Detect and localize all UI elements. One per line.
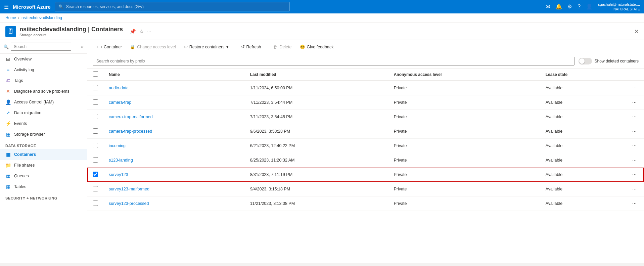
row-access-level: Private (388, 81, 540, 95)
col-name[interactable]: Name (103, 69, 245, 81)
row-checkbox[interactable] (93, 157, 98, 163)
sidebar-item-data-migration[interactable]: ↗ Data migration (0, 107, 87, 118)
row-more-button[interactable]: ··· (630, 171, 639, 178)
show-deleted-label: Show deleted containers (595, 59, 639, 63)
bell-icon[interactable]: 🔔 (555, 3, 562, 10)
row-checkbox[interactable] (93, 201, 98, 206)
col-lease-state[interactable]: Lease state (540, 69, 625, 81)
row-more-button[interactable]: ··· (630, 200, 639, 207)
row-more-button[interactable]: ··· (630, 185, 639, 193)
row-checkbox[interactable] (93, 114, 98, 119)
breadcrumb-current[interactable]: nsiitechdevadlslanding (21, 15, 62, 20)
row-last-modified: 6/21/2023, 12:40:22 PM (245, 139, 388, 153)
sidebar-item-storage-browser[interactable]: ▦ Storage browser (0, 129, 87, 140)
row-checkbox[interactable] (93, 99, 98, 105)
change-access-button[interactable]: 🔒 Change access level (127, 43, 179, 51)
account-icon[interactable]: 👤 (586, 3, 593, 10)
row-checkbox[interactable] (93, 186, 98, 191)
storage-account-icon: 🗄 (5, 26, 16, 37)
email-icon[interactable]: ✉ (546, 3, 550, 10)
col-access-level[interactable]: Anonymous access level (388, 69, 540, 81)
global-search-placeholder: Search resources, services, and docs (G+… (66, 4, 144, 9)
refresh-button[interactable]: ↺ Refresh (238, 43, 265, 51)
containers-table: Name Last modified Anonymous access leve… (87, 69, 644, 211)
row-last-modified: 9/4/2023, 3:15:18 PM (245, 182, 388, 196)
row-checkbox[interactable] (93, 85, 98, 90)
row-access-level: Private (388, 95, 540, 110)
row-more-button[interactable]: ··· (630, 99, 639, 106)
security-networking-section-label: Security + networking (0, 192, 87, 202)
row-checkbox[interactable] (93, 143, 98, 148)
row-checkbox-cell (87, 124, 103, 139)
row-name[interactable]: survey123-malformed (103, 182, 245, 196)
user-org: NATURAL STATE (598, 7, 640, 11)
row-lease-state: Available (540, 196, 625, 211)
col-last-modified[interactable]: Last modified (245, 69, 388, 81)
select-all-checkbox[interactable] (93, 71, 98, 77)
row-name[interactable]: survey123-processed (103, 196, 245, 211)
add-container-button[interactable]: + + Container (93, 43, 125, 51)
row-actions-cell: ··· (625, 124, 644, 139)
brand-title: Microsoft Azure (13, 4, 51, 10)
row-name[interactable]: s123-landing (103, 153, 245, 168)
row-last-modified: 7/11/2023, 3:54:45 PM (245, 110, 388, 124)
queues-icon: ▦ (5, 173, 11, 179)
breadcrumb-home[interactable]: Home (5, 15, 16, 20)
row-last-modified: 9/6/2023, 3:58:28 PM (245, 124, 388, 139)
row-checkbox[interactable] (93, 128, 98, 134)
sidebar-item-diagnose[interactable]: ✕ Diagnose and solve problems (0, 86, 87, 97)
restore-button[interactable]: ↩ Restore containers ▾ (181, 43, 232, 51)
sidebar-item-tags[interactable]: 🏷 Tags (0, 75, 87, 86)
feedback-label: Give feedback (307, 45, 334, 49)
row-more-button[interactable]: ··· (630, 142, 639, 149)
sidebar-item-queues[interactable]: ▦ Queues (0, 171, 87, 181)
row-more-button[interactable]: ··· (630, 157, 639, 164)
row-name[interactable]: camera-trap-processed (103, 124, 245, 139)
sidebar-item-tables[interactable]: ▦ Tables (0, 181, 87, 192)
row-name[interactable]: audio-data (103, 81, 245, 95)
sidebar-search-input[interactable] (11, 43, 71, 51)
sidebar-item-overview[interactable]: ⊞ Overview (0, 54, 87, 64)
sidebar-item-file-shares[interactable]: 📁 File shares (0, 160, 87, 171)
row-lease-state: Available (540, 182, 625, 196)
table-header-row: Name Last modified Anonymous access leve… (87, 69, 644, 81)
row-actions-cell: ··· (625, 81, 644, 95)
table-row: camera-trap-malformed 7/11/2023, 3:54:45… (87, 110, 644, 124)
more-header-icon[interactable]: ··· (147, 29, 151, 35)
row-more-button[interactable]: ··· (630, 84, 639, 92)
star-icon[interactable]: ☆ (139, 29, 144, 35)
container-search-input[interactable] (93, 57, 574, 65)
page-header: 🗄 nsiitechdevadlslanding | Containers St… (0, 23, 644, 40)
main-layout: 🔍 « ⊞ Overview ≡ Activity log 🏷 Tags ✕ D… (0, 40, 644, 263)
sidebar-item-label: Queues (14, 174, 29, 178)
sidebar-item-access-control[interactable]: 👤 Access Control (IAM) (0, 97, 87, 107)
user-info: sgachuhi@naturalstate.... NATURAL STATE (598, 2, 640, 11)
show-deleted-toggle[interactable] (579, 58, 592, 64)
row-more-button[interactable]: ··· (630, 113, 639, 121)
feedback-button[interactable]: 😊 Give feedback (296, 43, 337, 51)
row-more-button[interactable]: ··· (630, 128, 639, 135)
content-area: + + Container 🔒 Change access level ↩ Re… (87, 40, 644, 263)
row-name[interactable]: survey123 (103, 168, 245, 182)
pin-icon[interactable]: 📌 (130, 29, 136, 35)
table-row: camera-trap 7/11/2023, 3:54:44 PM Privat… (87, 95, 644, 110)
sidebar-item-events[interactable]: ⚡ Events (0, 118, 87, 129)
close-button[interactable]: ✕ (634, 28, 639, 35)
events-icon: ⚡ (5, 121, 11, 126)
row-lease-state: Available (540, 81, 625, 95)
row-name[interactable]: incoming (103, 139, 245, 153)
row-checkbox[interactable] (93, 172, 98, 177)
sidebar-item-label: Storage browser (14, 132, 45, 137)
sidebar-collapse-icon[interactable]: « (81, 44, 84, 49)
show-deleted-toggle-container: Show deleted containers (579, 58, 639, 64)
global-search[interactable]: 🔍 Search resources, services, and docs (… (55, 2, 290, 11)
settings-icon[interactable]: ⚙ (567, 3, 572, 10)
row-actions-cell: ··· (625, 168, 644, 182)
help-icon[interactable]: ? (578, 4, 581, 10)
sidebar-item-containers[interactable]: ▦ Containers (0, 149, 87, 160)
hamburger-icon[interactable]: ☰ (4, 4, 9, 10)
row-name[interactable]: camera-trap-malformed (103, 110, 245, 124)
delete-button[interactable]: 🗑 Delete (270, 43, 295, 51)
row-name[interactable]: camera-trap (103, 95, 245, 110)
sidebar-item-activity-log[interactable]: ≡ Activity log (0, 64, 87, 75)
